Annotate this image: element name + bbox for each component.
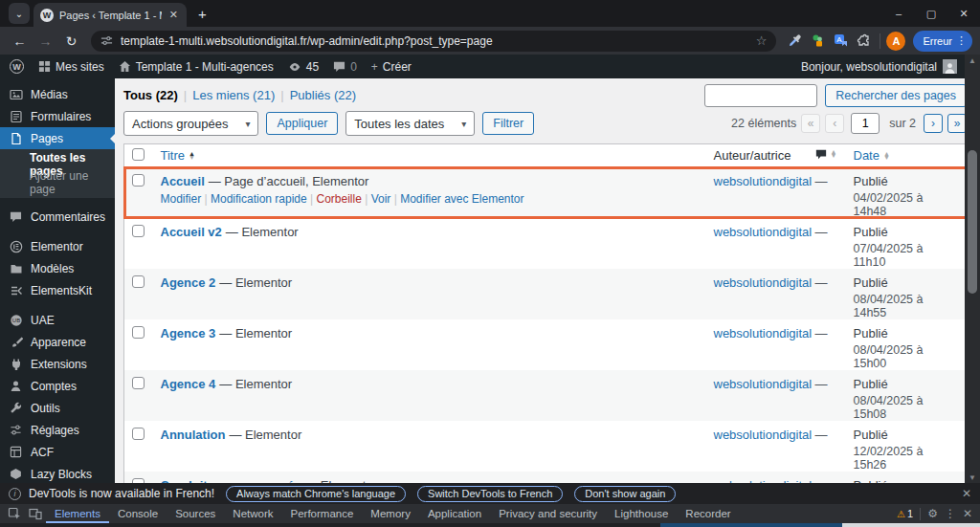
view-published-link[interactable]: Publiés (22) <box>290 88 356 102</box>
sidebar-item-commentaires[interactable]: Commentaires <box>0 206 115 228</box>
devtools-tab[interactable]: Console <box>109 504 167 523</box>
error-menu-button[interactable]: Erreur ⋮ <box>913 31 972 52</box>
devtools-tab[interactable]: Network <box>224 504 281 523</box>
search-pages-input[interactable] <box>704 84 817 107</box>
dont-show-again-button[interactable]: Don't show again <box>574 486 676 502</box>
sidebar-item-modeles[interactable]: Modèles <box>0 257 115 279</box>
devtools-tab[interactable]: Memory <box>362 504 419 523</box>
row-checkbox[interactable] <box>132 225 145 237</box>
console-warnings-badge[interactable]: ⚠1 <box>897 508 913 519</box>
maximize-button[interactable]: ▢ <box>915 0 947 27</box>
sidebar-item-reglages[interactable]: Réglages <box>0 419 115 441</box>
close-button[interactable]: ✕ <box>947 0 980 27</box>
device-toolbar-icon[interactable] <box>25 504 46 523</box>
author-link[interactable]: websolutiondigital <box>714 428 813 442</box>
page-title-link[interactable]: Agence 4 <box>161 377 216 391</box>
row-action-link[interactable]: Modification rapide <box>211 192 307 206</box>
sidebar-item-extensions[interactable]: Extensions <box>0 353 115 375</box>
match-language-button[interactable]: Always match Chrome's language <box>226 486 406 502</box>
view-mine-link[interactable]: Les miens (21) <box>192 88 275 102</box>
sidebar-item-apparence[interactable]: Apparence <box>0 331 115 353</box>
view-all-link[interactable]: Tous (22) <box>123 88 178 102</box>
translate-extension-icon[interactable]: A <box>830 31 851 52</box>
devtools-tab[interactable]: Sources <box>167 504 224 523</box>
inspect-element-icon[interactable] <box>4 504 25 523</box>
submenu-ajouter-une-page[interactable]: Ajouter une page <box>0 173 115 191</box>
plant-extension-icon[interactable] <box>807 31 828 52</box>
sidebar-item-medias[interactable]: Médias <box>0 83 115 105</box>
page-title-link[interactable]: Conduite accompagnée <box>161 478 301 483</box>
scroll-up-icon[interactable]: ▲ <box>965 55 980 66</box>
browser-tab[interactable]: W Pages ‹ Template 1 - Multi-agen ✕ <box>33 3 187 27</box>
switch-to-french-button[interactable]: Switch DevTools to French <box>417 486 563 502</box>
tab-close-icon[interactable]: ✕ <box>167 9 180 21</box>
author-link[interactable]: websolutiondigital <box>714 174 813 188</box>
page-title-link[interactable]: Accueil <box>161 174 205 188</box>
first-page-button[interactable]: « <box>801 114 820 133</box>
sort-comments-header[interactable]: ▲▼ <box>815 148 837 160</box>
tab-search-caret-icon[interactable]: ⌄ <box>9 3 30 24</box>
devtools-tab[interactable]: Application <box>419 504 490 523</box>
infobar-close-icon[interactable]: ✕ <box>962 487 971 500</box>
author-link[interactable]: websolutiondigital <box>714 478 813 483</box>
minimize-button[interactable]: – <box>882 0 915 27</box>
dates-filter-select[interactable]: Toutes les dates▾ <box>345 111 475 136</box>
next-page-button[interactable]: › <box>924 114 943 133</box>
address-bar[interactable]: template-1-multi.websolutiondigital.fr/w… <box>91 31 776 52</box>
new-content-menu[interactable]: + Créer <box>371 60 412 74</box>
sidebar-item-pages[interactable]: Pages <box>0 127 115 149</box>
sidebar-item-elementskit[interactable]: ElementsKit <box>0 279 115 301</box>
page-title-link[interactable]: Accueil v2 <box>161 225 222 239</box>
new-tab-button[interactable]: + <box>198 6 207 22</box>
sidebar-item-lazy-blocks[interactable]: Lazy Blocks <box>0 463 115 483</box>
prev-page-button[interactable]: ‹ <box>825 114 844 133</box>
row-checkbox[interactable] <box>132 377 145 389</box>
row-checkbox[interactable] <box>132 275 145 288</box>
author-link[interactable]: websolutiondigital <box>714 377 813 391</box>
page-title-link[interactable]: Agence 2 <box>161 275 216 290</box>
sidebar-item-formulaires[interactable]: Formulaires <box>0 105 115 127</box>
comments-counter[interactable]: 0 <box>333 60 357 74</box>
sort-title-header[interactable]: Titre▲▼ <box>161 148 195 163</box>
apply-button[interactable]: Appliquer <box>266 112 338 135</box>
last-page-button[interactable]: » <box>947 114 967 133</box>
current-page-input[interactable] <box>851 113 880 134</box>
devtools-settings-icon[interactable]: ⚙ <box>927 507 938 520</box>
row-checkbox[interactable] <box>132 174 145 187</box>
sort-date-header[interactable]: Date▲▼ <box>854 148 890 163</box>
reload-icon[interactable]: ↻ <box>59 33 83 49</box>
account-menu[interactable]: Bonjour, websolutiondigital <box>801 59 957 74</box>
site-settings-icon[interactable] <box>100 34 113 47</box>
row-checkbox[interactable] <box>132 478 145 483</box>
scrollbar-thumb[interactable] <box>968 150 977 294</box>
devtools-tab[interactable]: Performance <box>282 504 363 523</box>
my-sites-menu[interactable]: Mes sites <box>38 60 104 74</box>
site-name-menu[interactable]: Template 1 - Multi-agences <box>119 60 274 74</box>
row-action-link[interactable]: Voir <box>371 192 391 206</box>
forward-icon[interactable]: → <box>33 33 57 49</box>
row-checkbox[interactable] <box>132 428 145 440</box>
sidebar-item-uae[interactable]: UB UAE <box>0 309 115 331</box>
row-action-link[interactable]: Modifier avec Elementor <box>400 192 523 206</box>
bulk-actions-select[interactable]: Actions groupées▾ <box>123 111 258 136</box>
wordpress-logo-icon[interactable]: W <box>10 59 24 74</box>
devtools-close-icon[interactable]: ✕ <box>963 507 972 520</box>
profile-avatar[interactable]: A <box>886 32 905 51</box>
row-checkbox[interactable] <box>132 326 145 339</box>
page-title-link[interactable]: Annulation <box>161 428 226 442</box>
devtools-menu-icon[interactable]: ⋮ <box>945 507 956 520</box>
sidebar-item-comptes[interactable]: Comptes <box>0 375 115 397</box>
author-link[interactable]: websolutiondigital <box>714 225 813 239</box>
row-action-link[interactable]: Modifier <box>161 192 202 206</box>
select-all-checkbox[interactable] <box>132 148 145 161</box>
back-icon[interactable]: ← <box>8 33 32 49</box>
filter-button[interactable]: Filtrer <box>482 112 534 135</box>
row-action-link[interactable]: Corbeille <box>317 192 362 206</box>
author-link[interactable]: websolutiondigital <box>714 326 813 340</box>
extensions-puzzle-icon[interactable] <box>853 31 874 52</box>
page-scrollbar[interactable]: ▲ ▼ <box>965 55 980 483</box>
sidebar-item-outils[interactable]: Outils <box>0 397 115 419</box>
sidebar-item-acf[interactable]: ACF <box>0 441 115 463</box>
search-pages-button[interactable]: Rechercher des pages <box>825 84 967 107</box>
devtools-tab[interactable]: Lighthouse <box>606 504 677 523</box>
